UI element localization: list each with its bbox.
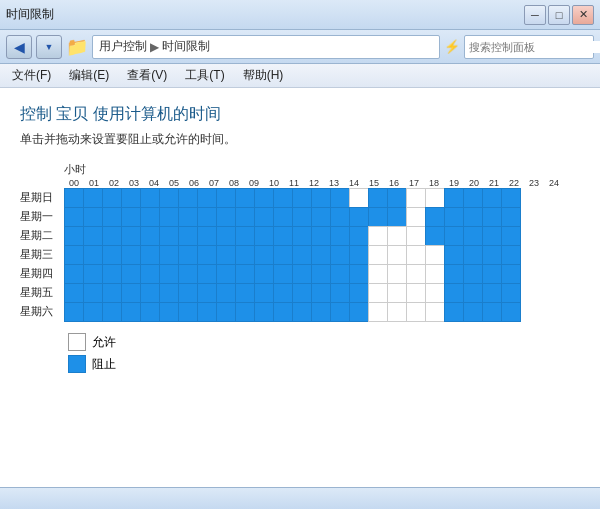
time-cell[interactable] (273, 245, 293, 265)
time-cell[interactable] (501, 245, 521, 265)
time-cell[interactable] (159, 226, 179, 246)
time-cell[interactable] (159, 188, 179, 208)
time-cell[interactable] (444, 264, 464, 284)
time-cell[interactable] (387, 207, 407, 227)
time-cell[interactable] (178, 283, 198, 303)
time-cell[interactable] (444, 188, 464, 208)
time-cell[interactable] (121, 245, 141, 265)
time-cell[interactable] (140, 245, 160, 265)
minimize-button[interactable]: ─ (524, 5, 546, 25)
cells-row[interactable] (64, 283, 520, 302)
time-cell[interactable] (311, 226, 331, 246)
time-cell[interactable] (425, 302, 445, 322)
time-cell[interactable] (482, 302, 502, 322)
time-cell[interactable] (425, 226, 445, 246)
time-cell[interactable] (216, 264, 236, 284)
time-cell[interactable] (444, 207, 464, 227)
time-cell[interactable] (292, 245, 312, 265)
time-cell[interactable] (387, 245, 407, 265)
time-cell[interactable] (159, 302, 179, 322)
time-cell[interactable] (254, 207, 274, 227)
time-cell[interactable] (178, 264, 198, 284)
time-cell[interactable] (406, 283, 426, 303)
time-cell[interactable] (140, 207, 160, 227)
search-input[interactable] (469, 41, 600, 53)
time-cell[interactable] (501, 283, 521, 303)
time-cell[interactable] (311, 302, 331, 322)
time-cell[interactable] (235, 283, 255, 303)
time-cell[interactable] (159, 245, 179, 265)
time-cell[interactable] (311, 264, 331, 284)
time-cell[interactable] (102, 188, 122, 208)
time-cell[interactable] (292, 302, 312, 322)
time-cell[interactable] (406, 245, 426, 265)
time-cell[interactable] (349, 207, 369, 227)
time-cell[interactable] (406, 188, 426, 208)
time-cell[interactable] (330, 302, 350, 322)
time-cell[interactable] (235, 302, 255, 322)
time-cell[interactable] (140, 302, 160, 322)
time-cell[interactable] (330, 283, 350, 303)
time-cell[interactable] (159, 283, 179, 303)
time-cell[interactable] (121, 226, 141, 246)
dropdown-button[interactable]: ▼ (36, 35, 62, 59)
time-cell[interactable] (482, 245, 502, 265)
time-cell[interactable] (311, 188, 331, 208)
time-cell[interactable] (216, 226, 236, 246)
time-cell[interactable] (292, 264, 312, 284)
time-cell[interactable] (387, 283, 407, 303)
time-cell[interactable] (368, 188, 388, 208)
time-cell[interactable] (368, 283, 388, 303)
menu-help[interactable]: 帮助(H) (239, 65, 288, 86)
time-cell[interactable] (102, 264, 122, 284)
time-cell[interactable] (463, 245, 483, 265)
time-cell[interactable] (406, 302, 426, 322)
time-cell[interactable] (83, 245, 103, 265)
time-cell[interactable] (197, 245, 217, 265)
time-cell[interactable] (159, 264, 179, 284)
time-cell[interactable] (425, 264, 445, 284)
time-cell[interactable] (121, 207, 141, 227)
time-cell[interactable] (102, 226, 122, 246)
time-cell[interactable] (64, 283, 84, 303)
time-cell[interactable] (330, 226, 350, 246)
cells-row[interactable] (64, 264, 520, 283)
time-cell[interactable] (254, 283, 274, 303)
time-cell[interactable] (121, 188, 141, 208)
time-cell[interactable] (292, 207, 312, 227)
time-cell[interactable] (311, 283, 331, 303)
time-cell[interactable] (254, 226, 274, 246)
time-cell[interactable] (178, 207, 198, 227)
time-cell[interactable] (83, 302, 103, 322)
time-cell[interactable] (235, 207, 255, 227)
time-cell[interactable] (83, 226, 103, 246)
time-cell[interactable] (444, 245, 464, 265)
time-cell[interactable] (102, 207, 122, 227)
time-cell[interactable] (501, 226, 521, 246)
time-cell[interactable] (216, 302, 236, 322)
time-cell[interactable] (425, 207, 445, 227)
time-cell[interactable] (463, 207, 483, 227)
restore-button[interactable]: □ (548, 5, 570, 25)
time-cell[interactable] (387, 188, 407, 208)
time-cell[interactable] (102, 302, 122, 322)
time-cell[interactable] (102, 245, 122, 265)
time-cell[interactable] (64, 264, 84, 284)
time-cell[interactable] (140, 283, 160, 303)
cells-row[interactable] (64, 207, 520, 226)
time-cell[interactable] (463, 302, 483, 322)
time-cell[interactable] (254, 188, 274, 208)
close-button[interactable]: ✕ (572, 5, 594, 25)
cells-row[interactable] (64, 245, 520, 264)
time-cell[interactable] (178, 302, 198, 322)
time-cell[interactable] (463, 283, 483, 303)
time-cell[interactable] (501, 188, 521, 208)
time-cell[interactable] (387, 264, 407, 284)
time-cell[interactable] (273, 226, 293, 246)
menu-edit[interactable]: 编辑(E) (65, 65, 113, 86)
time-cell[interactable] (330, 245, 350, 265)
time-cell[interactable] (482, 226, 502, 246)
time-cell[interactable] (330, 188, 350, 208)
time-cell[interactable] (140, 264, 160, 284)
time-cell[interactable] (330, 207, 350, 227)
